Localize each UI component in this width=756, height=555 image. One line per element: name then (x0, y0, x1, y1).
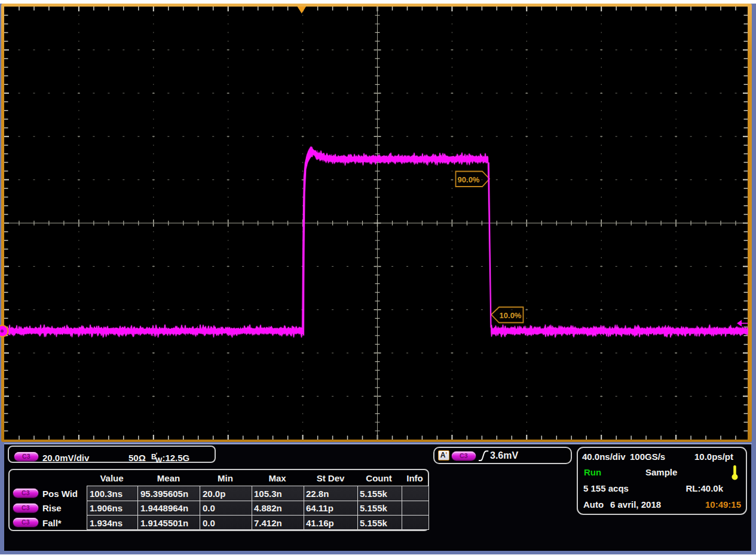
svg-text:90.0%: 90.0% (458, 175, 480, 184)
svg-text:10.0%: 10.0% (500, 311, 522, 320)
